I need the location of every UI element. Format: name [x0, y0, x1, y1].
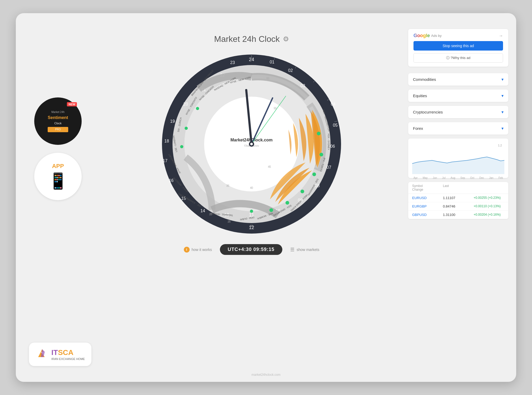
svg-text:19: 19 [170, 119, 175, 124]
pro-badge: PRO [48, 127, 68, 132]
svg-text:18: 18 [164, 139, 169, 143]
svg-text:04: 04 [331, 102, 336, 106]
change-gbpusd: +0.00204 (+0.16%) [474, 213, 504, 217]
ads-by-label: Ads by [431, 34, 442, 38]
table-header: Symbol Last Change [408, 182, 508, 194]
gear-icon[interactable]: ⚙ [283, 35, 289, 43]
svg-point-62 [180, 145, 183, 148]
why-ad-button[interactable]: ⓘ ?Why this ad [413, 53, 503, 63]
how-it-works-label: how it works [192, 248, 212, 252]
chevron-down-icon: ▾ [501, 93, 504, 98]
svg-text:20: 20 [209, 213, 212, 216]
main-card: NEW Market 24h Sentiment Clock PRO APP 📱 [16, 13, 516, 382]
how-it-works-button[interactable]: i how it works [184, 247, 212, 253]
change-eurusd: +0.00255 (+0.23%) [474, 196, 504, 200]
svg-text:55: 55 [274, 107, 277, 110]
logo-subtitle: IRAN EXCHANGE HOME [51, 357, 85, 361]
equities-label: Equities [413, 93, 427, 98]
svg-text:40: 40 [250, 186, 253, 189]
svg-text:20: 20 [183, 102, 188, 106]
forex-label: Forex [413, 126, 423, 131]
svg-point-57 [312, 172, 316, 176]
symbol-eurusd[interactable]: EURUSD [412, 196, 443, 200]
commodities-dropdown[interactable]: Commodities ▾ [408, 73, 508, 86]
svg-text:14: 14 [200, 209, 205, 213]
chevron-down-icon: ▾ [501, 126, 504, 131]
watermark: market24hclock.com [252, 373, 280, 377]
col-change: Change [412, 188, 474, 191]
cryptocurrencies-dropdown[interactable]: Cryptocurrencies ▾ [408, 106, 508, 118]
svg-text:05: 05 [333, 123, 338, 127]
last-gbpusd: 1.31100 [443, 213, 474, 217]
svg-text:ASX - SYDNEY: ASX - SYDNEY [327, 134, 330, 150]
svg-text:07: 07 [327, 165, 331, 170]
last-eurusd: 1.11107 [443, 196, 474, 200]
time-display: UTC+4:30 09:59:15 [220, 244, 283, 255]
svg-text:30: 30 [250, 225, 253, 228]
logo-icon [36, 347, 49, 362]
svg-point-61 [250, 210, 253, 213]
svg-point-60 [269, 208, 273, 212]
show-markets-label: show markets [297, 248, 319, 252]
ad-box: Google Ads by → Stop seeing this ad ⓘ ?W… [408, 29, 508, 67]
table-row: EURGBP 0.84746 +0.00110 (+0.13%) [408, 202, 508, 211]
svg-text:17: 17 [163, 159, 168, 163]
svg-text:01: 01 [270, 60, 274, 64]
svg-point-55 [317, 132, 321, 135]
left-sidebar: NEW Market 24h Sentiment Clock PRO APP 📱 [16, 13, 100, 382]
svg-point-56 [319, 153, 323, 156]
bottom-bar: i how it works UTC+4:30 09:59:15 ☰ show … [184, 244, 319, 255]
show-markets-button[interactable]: ☰ show markets [290, 247, 319, 253]
svg-point-59 [285, 201, 289, 205]
sentiment-label: Sentiment [48, 114, 68, 121]
svg-text:02: 02 [288, 68, 293, 73]
svg-point-58 [301, 190, 304, 193]
chevron-down-icon: ▾ [501, 110, 504, 115]
clock-label: Clock [48, 121, 68, 126]
svg-text:35: 35 [226, 184, 229, 187]
info-icon: i [184, 247, 190, 253]
forex-dropdown[interactable]: Forex ▾ [408, 122, 508, 135]
chart-labels: AprMayJunJulAugSepOctDecJanFeb [412, 176, 504, 179]
clock-wrapper: 24 01 02 03 04 05 06 07 08 09 10 11 12 1… [159, 52, 344, 236]
ad-header: Google Ads by → [413, 33, 503, 38]
svg-text:03: 03 [301, 83, 305, 88]
commodities-label: Commodities [413, 77, 436, 82]
last-eurgbp: 0.84746 [443, 204, 474, 208]
page-title: Market 24h Clock ⚙ [214, 34, 289, 44]
equities-dropdown[interactable]: Equities ▾ [408, 90, 508, 102]
app-button[interactable]: APP 📱 [34, 153, 82, 200]
chevron-down-icon: ▾ [501, 77, 504, 82]
svg-point-63 [185, 127, 188, 130]
logo-area: ITSCA IRAN EXCHANGE HOME [29, 343, 91, 366]
data-table: Symbol Last Change EURUSD 1.11107 +0.002… [408, 182, 508, 219]
stop-ad-button[interactable]: Stop seeing this ad [413, 41, 503, 51]
right-sidebar: Google Ads by → Stop seeing this ad ⓘ ?W… [403, 13, 516, 382]
center-content: Market 24h Clock ⚙ 24 01 02 0 [100, 13, 403, 382]
svg-text:06: 06 [330, 144, 335, 149]
chart-area: 1.2 AprMayJunJulAugSepOctDecJanFeb [408, 139, 508, 178]
table-row: GBPUSD 1.31100 +0.00204 (+0.16%) [408, 211, 508, 219]
arrow-right-icon[interactable]: → [499, 33, 503, 38]
app-label: APP [52, 163, 64, 170]
google-text: Google [413, 33, 430, 38]
symbol-eurgbp[interactable]: EURGBP [412, 204, 443, 208]
sentiment-clock-button[interactable]: NEW Market 24h Sentiment Clock PRO [34, 97, 82, 145]
logo-sca: SCA [58, 348, 73, 357]
logo-it: IT [51, 348, 58, 357]
menu-icon: ☰ [290, 247, 294, 253]
svg-text:23: 23 [230, 60, 235, 65]
market-label: Market 24h [48, 110, 68, 114]
cryptocurrencies-label: Cryptocurrencies [413, 110, 443, 114]
svg-text:25: 25 [228, 220, 231, 223]
svg-text:60: 60 [266, 77, 269, 80]
change-eurgbp: +0.00110 (+0.13%) [474, 204, 504, 208]
google-logo: Google Ads by [413, 33, 442, 38]
phone-icon: 📱 [48, 172, 68, 190]
table-row: EURUSD 1.11107 +0.00255 (+0.23%) [408, 194, 508, 202]
title-text: Market 24h Clock [214, 34, 280, 44]
svg-point-71 [250, 143, 253, 145]
symbol-gbpusd[interactable]: GBPUSD [412, 213, 443, 217]
col-symbol: Symbol [412, 184, 443, 188]
col-last: Last [443, 184, 474, 188]
